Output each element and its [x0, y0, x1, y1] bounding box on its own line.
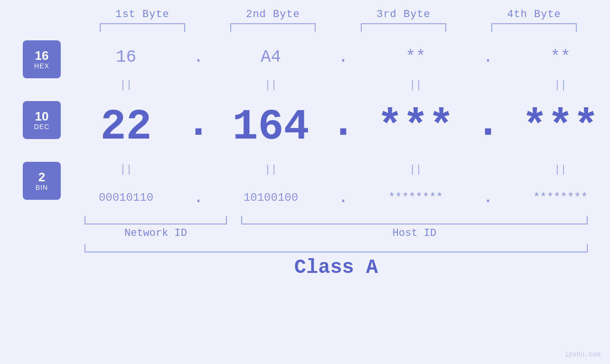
dot-hex-3: . — [483, 40, 493, 74]
main-container: 1st Byte 2nd Byte 3rd Byte 4th Byte 16 H… — [0, 0, 610, 364]
dec-val-3: *** — [350, 96, 481, 158]
bracket-b3 — [338, 23, 469, 32]
content-area: 16 HEX 10 DEC 2 BIN 16 || 22 — [0, 40, 610, 214]
bracket-b4 — [469, 23, 600, 32]
eq-2-hex: || — [206, 74, 336, 96]
host-id-bracket — [241, 216, 588, 224]
hex-val-1: 16 — [61, 40, 191, 74]
labels-row: Network ID Host ID — [84, 227, 588, 239]
bracket-b2 — [208, 23, 338, 32]
data-col-1: 16 || 22 || 00010110 — [61, 40, 191, 214]
eq-4-dec: || — [495, 158, 610, 181]
dec-val-2: 164 — [206, 96, 336, 158]
sep-col-2: . . . — [336, 40, 350, 214]
network-id-label: Network ID — [84, 227, 227, 239]
sep-col-1: . . . — [191, 40, 206, 214]
bin-val-2: 10100100 — [206, 181, 336, 214]
data-col-4: ** || *** || ******** — [495, 40, 610, 214]
class-label: Class A — [84, 256, 588, 279]
byte1-header: 1st Byte — [77, 9, 208, 20]
dec-val-1: 22 — [61, 96, 191, 158]
bin-badge: 2 BIN — [23, 162, 61, 200]
dot-hex-2: . — [338, 40, 348, 74]
eq-1-hex: || — [61, 74, 191, 96]
hex-val-2: A4 — [206, 40, 336, 74]
outer-bracket — [84, 244, 588, 252]
eq-3-dec: || — [350, 158, 481, 181]
dec-badge-number: 10 — [35, 110, 49, 123]
bottom-brackets-row — [84, 216, 588, 224]
bin-val-3: ******** — [350, 181, 481, 214]
network-id-bracket — [84, 216, 227, 224]
data-col-2: A4 || 164 || 10100100 — [206, 40, 336, 214]
dec-val-4: *** — [495, 96, 610, 158]
byte2-header: 2nd Byte — [208, 9, 338, 20]
bin-val-1: 00010110 — [61, 181, 191, 214]
dot-bin-2: . — [338, 181, 348, 214]
eq-4-hex: || — [495, 74, 610, 96]
host-id-label: Host ID — [241, 227, 588, 239]
hex-badge: 16 HEX — [23, 40, 61, 78]
dot-bin-1: . — [193, 181, 204, 214]
eq-1-dec: || — [61, 158, 191, 181]
dot-hex-1: . — [193, 40, 204, 74]
bracket-b1 — [77, 23, 208, 32]
header-row: 1st Byte 2nd Byte 3rd Byte 4th Byte — [0, 0, 610, 20]
sep-col-3: . . . — [481, 40, 495, 214]
data-col-3: ** || *** || ******** — [350, 40, 481, 214]
dec-badge-label: DEC — [34, 123, 50, 131]
dot-bin-3: . — [483, 181, 493, 214]
bottom-section: Network ID Host ID Class A — [0, 214, 610, 279]
badges-column: 16 HEX 10 DEC 2 BIN — [23, 40, 61, 200]
hex-badge-label: HEX — [34, 62, 49, 70]
hex-val-3: ** — [350, 40, 481, 74]
hex-badge-number: 16 — [35, 49, 49, 63]
bin-val-4: ******** — [495, 181, 610, 214]
bin-badge-label: BIN — [36, 184, 48, 191]
data-columns: 16 || 22 || 00010110 . . . A4 || 164 || … — [61, 40, 610, 214]
byte3-header: 3rd Byte — [338, 9, 469, 20]
header-brackets — [0, 23, 610, 32]
dec-badge: 10 DEC — [23, 101, 61, 139]
watermark: ipshu.com — [564, 351, 601, 358]
eq-3-hex: || — [350, 74, 481, 96]
hex-val-4: ** — [495, 40, 610, 74]
byte4-header: 4th Byte — [469, 9, 600, 20]
bin-badge-number: 2 — [38, 170, 45, 184]
eq-2-dec: || — [206, 158, 336, 181]
